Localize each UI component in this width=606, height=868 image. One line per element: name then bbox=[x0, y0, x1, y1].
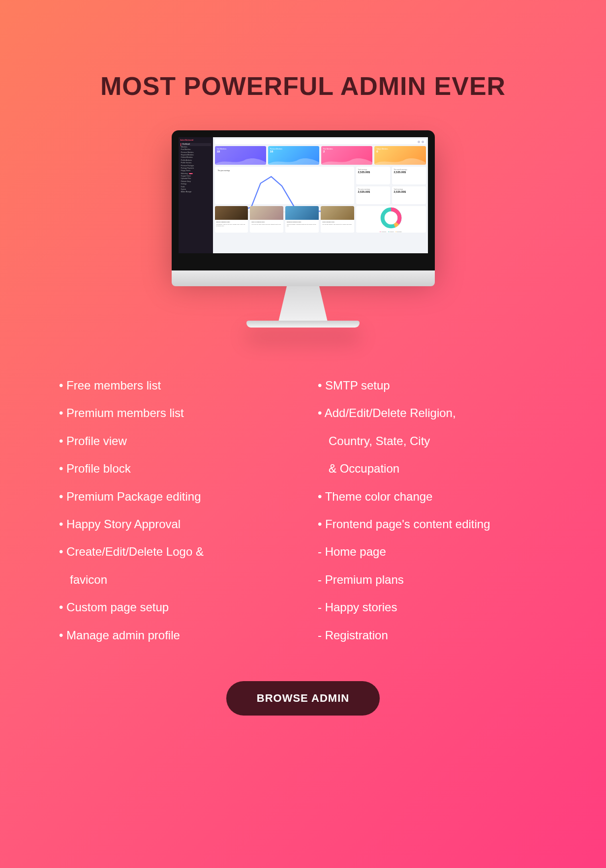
earning-boxes: Total earnings2,535.00$This month earnin… bbox=[356, 167, 426, 204]
page-title: MOST POWERFUL ADMIN EVER bbox=[0, 0, 606, 106]
feature-item: Happy Story Approval bbox=[59, 510, 288, 538]
feature-item: Happy stories bbox=[318, 594, 547, 621]
feature-item: Premium members list bbox=[59, 399, 288, 427]
admin-topbar bbox=[215, 139, 426, 144]
stat-card: Free Members2 bbox=[321, 146, 372, 165]
story-card: Steven & Megan's storySometimes I look a… bbox=[215, 206, 248, 233]
feature-item: Premium plans bbox=[318, 566, 547, 594]
happy-stories: Steven & Megan's storySometimes I look a… bbox=[215, 206, 354, 233]
story-card: Sally & Victoria's storyHow did you stud… bbox=[250, 206, 283, 233]
story-card: Dianne & Patricia's storyRichard spotted… bbox=[285, 206, 319, 233]
feature-item: Profile block bbox=[59, 455, 288, 482]
stat-card: Today's Members0 bbox=[374, 146, 425, 165]
earning-box: Total earnings2,535.00$ bbox=[356, 167, 390, 184]
feature-item: Premium Package editing bbox=[59, 483, 288, 510]
feature-item: Create/Edit/Delete Logo & bbox=[59, 538, 288, 566]
feature-item: Free members list bbox=[59, 372, 288, 399]
feature-col-left: Free members listPremium members listPro… bbox=[59, 372, 288, 649]
feature-columns: Free members listPremium members listPro… bbox=[0, 372, 606, 649]
feature-item: Profile view bbox=[59, 427, 288, 455]
feature-item: SMTP setup bbox=[318, 372, 547, 399]
earning-box: This month earnings2,535.00$ bbox=[392, 167, 426, 184]
admin-sidebar: Active Matrimonial › Dashboard› Members›… bbox=[179, 137, 213, 253]
feature-item: Manage admin profile bbox=[59, 622, 288, 649]
donut-chart: Approved Pending Rejected bbox=[356, 206, 426, 233]
sidebar-item[interactable]: › Addon Manager bbox=[181, 191, 211, 193]
user-avatar bbox=[422, 141, 424, 143]
browse-admin-button[interactable]: BROWSE ADMIN bbox=[226, 681, 380, 716]
feature-item: favicon bbox=[59, 566, 288, 594]
feature-item: Home page bbox=[318, 538, 547, 566]
feature-item: Registration bbox=[318, 622, 547, 649]
feature-item: Country, State, City bbox=[318, 427, 547, 455]
feature-item: & Occupation bbox=[318, 455, 547, 482]
earning-box: Total earnings2,535.00$ bbox=[392, 186, 426, 204]
globe-icon bbox=[418, 141, 420, 143]
sidebar-items: › Dashboard› Members› Free Members› Prem… bbox=[181, 143, 211, 193]
feature-item: Frontend page's content editing bbox=[318, 510, 547, 538]
story-card: Anna & Wendy's TaleYou are the reason I … bbox=[321, 206, 354, 233]
stat-cards: Total Members18Premium Members16Free Mem… bbox=[215, 146, 426, 165]
feature-item: Theme color change bbox=[318, 483, 547, 510]
stat-card: Premium Members16 bbox=[268, 146, 319, 165]
earnings-chart: This year earnings bbox=[215, 167, 354, 204]
dashboard-screenshot: Active Matrimonial › Dashboard› Members›… bbox=[179, 137, 428, 253]
earning-box: This year earnings2,535.00$ bbox=[356, 186, 390, 204]
stat-card: Total Members18 bbox=[215, 146, 266, 165]
feature-col-right: SMTP setupAdd/Edit/Delete Religion,Count… bbox=[318, 372, 547, 649]
monitor-mockup: Active Matrimonial › Dashboard› Members›… bbox=[172, 130, 435, 328]
feature-item: Add/Edit/Delete Religion, bbox=[318, 399, 547, 427]
feature-item: Custom page setup bbox=[59, 594, 288, 621]
